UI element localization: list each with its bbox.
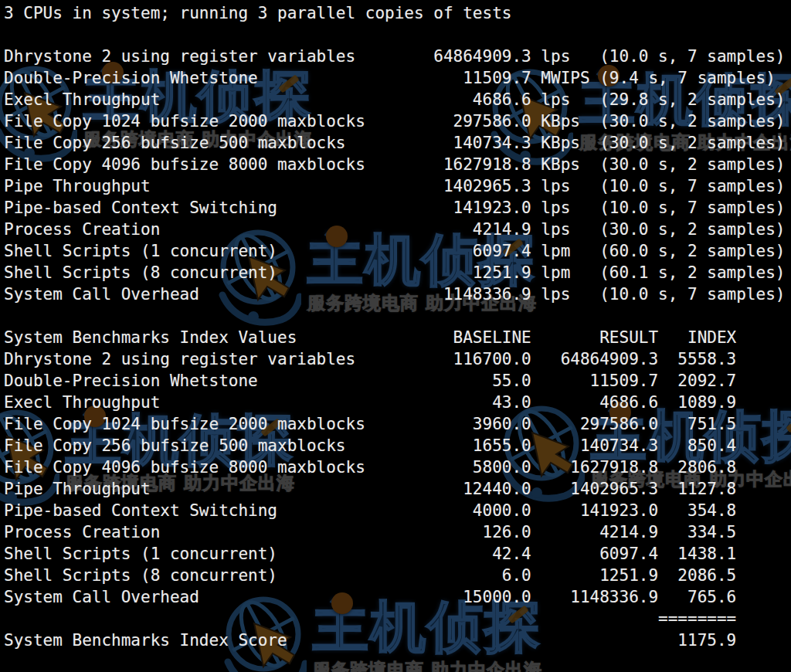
terminal-window: 主机侦探服务跨境电商 助力中企出海主机侦探服务跨境电商 助力中企出海主机侦探服务… (0, 0, 791, 672)
watermark-tagline: 服务跨境电商 助力中企出海 (313, 660, 542, 672)
terminal-output: 3 CPUs in system; running 3 parallel cop… (4, 2, 785, 651)
